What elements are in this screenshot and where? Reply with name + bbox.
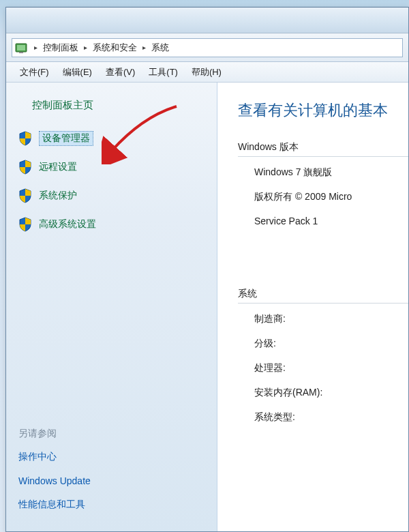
shield-icon: [18, 160, 32, 175]
shield-icon: [18, 188, 32, 203]
menu-tools[interactable]: 工具(T): [142, 63, 185, 81]
sidebar-item-remote-settings[interactable]: 远程设置: [18, 160, 204, 175]
system-properties-window: ▸ 控制面板 ▸ 系统和安全 ▸ 系统 文件(F) 编辑(E) 查看(V) 工具…: [5, 7, 409, 532]
copyright-value: 版权所有 © 2009 Micro: [254, 191, 408, 203]
manufacturer-label: 制造商:: [254, 313, 408, 325]
windows-edition-section: Windows 版本 Windows 7 旗舰版 版权所有 © 2009 Mic…: [238, 141, 408, 226]
menu-view[interactable]: 查看(V): [99, 63, 142, 81]
processor-label: 处理器:: [254, 362, 408, 374]
sidebar-link-label: 设备管理器: [39, 131, 93, 146]
main-panel: 查看有关计算机的基本 Windows 版本 Windows 7 旗舰版 版权所有…: [217, 83, 408, 531]
svg-rect-2: [19, 52, 23, 53]
sidebar-links: 设备管理器 远程设置: [18, 131, 204, 232]
shield-icon: [18, 131, 32, 146]
titlebar: [6, 8, 408, 33]
rating-label: 分级:: [254, 338, 408, 350]
menu-help[interactable]: 帮助(H): [185, 63, 228, 81]
menu-file[interactable]: 文件(F): [13, 63, 56, 81]
sidebar-link-label: 高级系统设置: [39, 218, 96, 231]
chevron-right-icon: ▸: [142, 44, 146, 51]
sidebar-item-advanced-settings[interactable]: 高级系统设置: [18, 217, 204, 232]
divider: [238, 303, 408, 304]
breadcrumb-system[interactable]: 系统: [150, 40, 170, 55]
shield-icon: [18, 217, 32, 232]
see-also-action-center[interactable]: 操作中心: [18, 451, 204, 463]
sidebar-item-system-protection[interactable]: 系统保护: [18, 188, 204, 203]
sidebar-link-label: 系统保护: [39, 190, 77, 202]
menu-edit[interactable]: 编辑(E): [56, 63, 99, 81]
see-also-section: 另请参阅 操作中心 Windows Update 性能信息和工具: [18, 419, 204, 523]
sidebar-title[interactable]: 控制面板主页: [18, 99, 204, 112]
divider: [238, 156, 408, 157]
control-panel-icon: [15, 42, 27, 54]
menubar: 文件(F) 编辑(E) 查看(V) 工具(T) 帮助(H): [6, 62, 408, 83]
see-also-title: 另请参阅: [18, 428, 204, 440]
breadcrumb[interactable]: ▸ 控制面板 ▸ 系统和安全 ▸ 系统: [12, 38, 403, 57]
breadcrumb-control-panel[interactable]: 控制面板: [42, 40, 80, 55]
sidebar: 控制面板主页: [6, 83, 217, 531]
system-type-label: 系统类型:: [254, 411, 408, 424]
see-also-windows-update[interactable]: Windows Update: [18, 475, 204, 486]
section-label-edition: Windows 版本: [238, 141, 408, 153]
edition-value: Windows 7 旗舰版: [254, 166, 408, 179]
page-title: 查看有关计算机的基本: [238, 100, 408, 121]
sidebar-link-label: 远程设置: [39, 161, 77, 173]
section-label-system: 系统: [238, 288, 408, 300]
sidebar-item-device-manager[interactable]: 设备管理器: [18, 131, 204, 146]
breadcrumb-system-security[interactable]: 系统和安全: [91, 40, 138, 55]
service-pack-value: Service Pack 1: [254, 216, 408, 226]
chevron-right-icon: ▸: [34, 44, 37, 51]
chevron-right-icon: ▸: [84, 44, 87, 51]
see-also-perf-info[interactable]: 性能信息和工具: [18, 499, 204, 511]
system-section: 系统 制造商: 分级: 处理器: 安装内存(RAM): 系统类型:: [238, 288, 408, 424]
content-area: 控制面板主页: [6, 83, 408, 531]
address-bar: ▸ 控制面板 ▸ 系统和安全 ▸ 系统: [6, 33, 408, 62]
ram-label: 安装内存(RAM):: [254, 387, 408, 399]
svg-rect-1: [17, 45, 25, 50]
